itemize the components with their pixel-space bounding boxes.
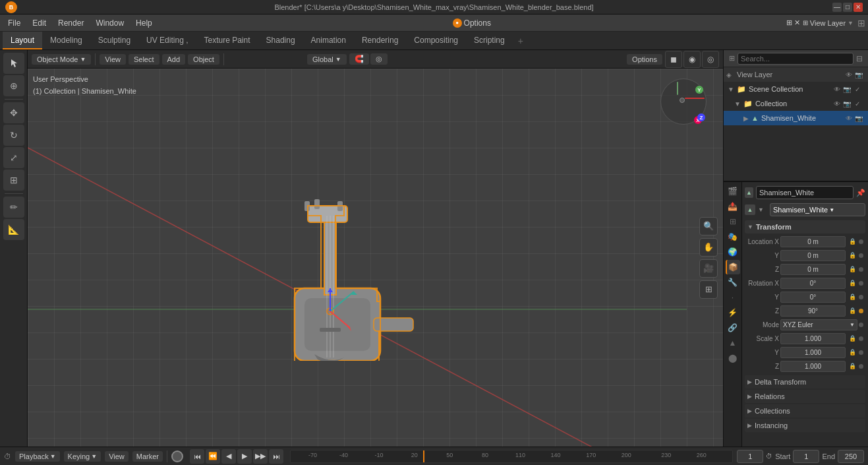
collections-header[interactable]: ▶ Collections [745,404,865,418]
skip-to-end-button[interactable]: ⏭ [269,449,283,464]
tab-compositing[interactable]: Compositing [406,32,466,49]
scale-y-dot[interactable] [859,350,863,355]
menu-edit[interactable]: Edit [27,17,51,29]
rotation-z-dot[interactable] [859,309,863,313]
view-layer-selector[interactable]: ⊞ View View Layer ▼ [803,19,854,27]
restrict-icon-scene[interactable]: 📷 [843,86,852,93]
ptab-constraints[interactable]: 🔗 [726,321,740,335]
current-frame-field[interactable]: 1 [737,450,763,463]
eye-icon-coll[interactable]: 👁 [834,100,840,108]
location-z-dot[interactable] [859,267,863,272]
playback-menu-button[interactable]: Playback ▼ [15,451,60,462]
pin-icon[interactable]: 📌 [856,189,865,197]
data-name-dropdown[interactable]: Shamisen_White ▼ [770,203,865,216]
relations-header[interactable]: ▶ Relations [745,390,865,403]
scale-z-lock[interactable]: 🔒 [847,363,857,369]
maximize-button[interactable]: □ [843,3,852,12]
cursor-tool-button[interactable]: ⊕ [3,75,24,96]
filter-icon[interactable]: ⊞ [857,18,865,28]
ptab-physics[interactable]: ⚡ [726,305,740,320]
zoom-in-button[interactable]: 🔍 [699,217,718,235]
transform-section-header[interactable]: ▼ Transform [745,220,865,233]
outliner-shamisen-white[interactable]: ▶ ▲ Shamisen_White 👁 📷 [724,111,868,125]
scale-z-value[interactable]: 1.000 [780,361,846,372]
view-menu-button[interactable]: View [100,54,126,65]
rotation-mode-dropdown[interactable]: XYZ Euler ▼ [780,319,857,330]
scale-z-dot[interactable] [859,364,863,369]
viewport-canvas[interactable]: User Perspective (1) Collection | Shamis… [28,69,723,447]
gizmo-y-dot[interactable]: Y [695,86,703,94]
jump-prev-keyframe-button[interactable]: ⏪ [206,449,220,464]
add-workspace-button[interactable]: + [513,32,529,49]
location-x-value[interactable]: 0 m [780,236,846,247]
restrict-icon-obj[interactable]: 📷 [855,115,864,122]
location-y-value[interactable]: 0 m [780,250,846,261]
gizmo-y-axis[interactable]: Y [677,82,678,95]
restrict-icon-coll[interactable]: 📷 [843,100,852,108]
location-z-value[interactable]: 0 m [780,264,846,275]
outliner-search-input[interactable] [738,53,854,65]
location-x-lock[interactable]: 🔒 [847,238,857,245]
select-menu-button[interactable]: Select [129,54,159,65]
rotation-y-value[interactable]: 0° [780,292,846,303]
eye-icon-scene[interactable]: 👁 [834,86,840,93]
tab-rendering[interactable]: Rendering [354,32,406,49]
orthographic-button[interactable]: ⊞ [699,280,718,299]
ptab-modifier[interactable]: 🔧 [726,275,740,290]
data-type-selector[interactable]: ▼ [758,206,767,213]
gizmo-z-dot[interactable]: Z [697,113,705,121]
outliner-collection[interactable]: ▼ 📁 Collection 👁 📷 ✓ [724,96,868,111]
eye-icon-viewlayer[interactable]: 👁 [846,71,852,78]
outliner-item-view-layer[interactable]: ◈ View Layer 👁 📷 [724,67,868,82]
location-y-dot[interactable] [859,253,863,258]
ptab-output[interactable]: 📤 [726,199,740,214]
marker-menu-button[interactable]: Marker [132,451,163,462]
object-menu-button[interactable]: Object [188,54,219,65]
measure-tool-button[interactable]: 📐 [3,219,24,240]
scale-x-value[interactable]: 1.000 [780,333,846,344]
tab-modeling[interactable]: Modeling [42,32,90,49]
tab-layout[interactable]: Layout [3,32,42,49]
proportional-edit-button[interactable]: ◎ [370,53,388,65]
scale-y-lock[interactable]: 🔒 [847,349,857,356]
play-button[interactable]: ▶ [237,449,252,464]
snap-button[interactable]: 🧲 [349,53,369,65]
tab-sculpting[interactable]: Sculpting [90,32,138,49]
tab-texture-paint[interactable]: Texture Paint [196,32,258,49]
record-button[interactable] [171,450,183,462]
rotation-x-value[interactable]: 0° [780,278,846,289]
outliner-filter-icon[interactable]: ⊟ [856,54,863,63]
location-z-lock[interactable]: 🔒 [847,266,857,272]
viewport-shading-material[interactable]: ◉ [683,51,701,68]
gizmo-x-axis[interactable]: X [685,98,705,99]
close-button[interactable]: ✕ [854,3,863,12]
annotate-tool-button[interactable]: ✏ [3,197,24,218]
location-y-lock[interactable]: 🔒 [847,252,857,259]
scale-x-lock[interactable]: 🔒 [847,335,857,342]
scale-y-value[interactable]: 1.000 [780,347,846,358]
ptab-material[interactable]: ⬤ [726,351,740,365]
select-tool-button[interactable] [3,53,24,74]
eye-icon-obj[interactable]: 👁 [846,115,852,122]
object-mode-dropdown[interactable]: Object Mode ▼ [32,54,91,65]
transform-global-button[interactable]: Global ▼ [307,54,347,65]
start-frame-field[interactable]: 1 [793,450,819,463]
object-name-field[interactable] [756,186,854,199]
ptab-data[interactable]: ▲ [726,336,740,350]
move-tool-button[interactable]: ✥ [3,102,24,123]
location-x-dot[interactable] [859,239,863,244]
ptab-particles[interactable]: · [726,290,740,305]
camera-view-button[interactable]: 🎥 [699,259,718,278]
step-backward-button[interactable]: ◀ [221,449,236,464]
menu-help[interactable]: Help [130,17,158,29]
scale-tool-button[interactable]: ⤢ [3,147,24,168]
tab-animation[interactable]: Animation [303,32,354,49]
rotation-y-dot[interactable] [859,295,863,299]
timeline-cursor[interactable] [423,450,424,462]
rotate-tool-button[interactable]: ↻ [3,125,24,146]
rotation-z-lock[interactable]: 🔒 [847,307,857,314]
outliner-scene-collection[interactable]: ▼ 📁 Scene Collection 👁 📷 ✓ [724,82,868,96]
ptab-world[interactable]: 🌍 [726,245,740,259]
ptab-view-layer[interactable]: ⊞ [726,214,740,229]
tab-scripting[interactable]: Scripting [466,32,513,49]
